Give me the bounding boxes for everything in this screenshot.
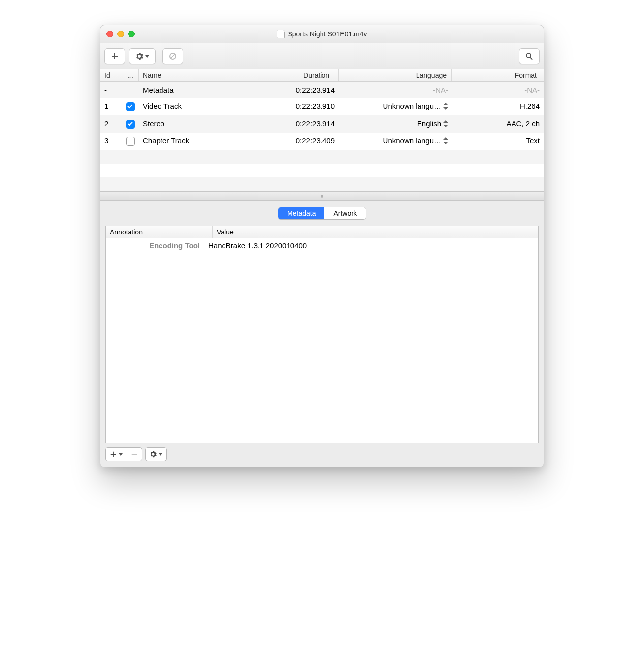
search-icon [525,52,533,60]
track-enabled-cell [122,100,139,113]
track-format: AAC, 2 ch [452,117,544,131]
window-title: Sports Night S01E01.m4v [288,30,367,38]
col-id[interactable]: Id [100,69,122,81]
zoom-window-button[interactable] [128,31,135,37]
track-id: 3 [100,134,122,148]
track-id: 1 [100,100,122,113]
track-row[interactable]: 1Video Track0:22:23.910Unknown langu…H.2… [100,98,544,115]
remove-track-button[interactable] [162,48,183,64]
col-value[interactable]: Value [213,226,538,238]
no-entry-icon [169,52,177,60]
popup-arrows-icon [443,103,448,110]
add-metadata-button[interactable] [105,447,127,461]
track-duration: 0:22:23.914 [235,117,339,131]
track-id: 2 [100,117,122,131]
enabled-checkbox[interactable] [126,137,135,146]
value-cell[interactable]: HandBrake 1.3.1 2020010400 [204,238,538,253]
track-enabled-cell [122,84,139,96]
add-track-button[interactable] [104,48,125,64]
chevron-down-icon [119,453,123,456]
remove-metadata-button[interactable] [127,447,142,461]
track-format: Text [452,134,544,148]
detail-pane: Metadata Artwork Annotation Value Encodi… [100,201,544,467]
tracks-table: Id … Name Duration Language Format -Meta… [100,69,544,191]
track-duration: 0:22:23.409 [235,134,339,148]
plus-icon [111,52,119,60]
popup-arrows-icon [443,137,448,144]
track-language: -NA- [339,84,452,96]
metadata-toolbar [105,447,539,461]
track-name: Stereo [139,117,235,131]
track-row[interactable]: 2Stereo0:22:23.914EnglishAAC, 2 ch [100,115,544,133]
empty-rows [100,150,544,191]
track-enabled-cell [122,134,139,148]
minimize-window-button[interactable] [117,31,124,37]
tab-artwork[interactable]: Artwork [324,207,365,219]
pane-splitter[interactable] [100,191,544,201]
track-name: Video Track [139,100,235,113]
track-row[interactable]: 3Chapter Track0:22:23.409Unknown langu…T… [100,133,544,150]
popup-arrows-icon [443,120,448,127]
track-name: Metadata [139,84,235,96]
plus-icon [110,451,117,458]
chevron-down-icon [159,453,162,456]
col-language[interactable]: Language [339,69,452,81]
track-language[interactable]: Unknown langu… [339,100,452,113]
annotation-cell: Encoding Tool [106,238,204,253]
window-controls [106,31,135,37]
track-duration: 0:22:23.914 [235,84,339,96]
close-window-button[interactable] [106,31,113,37]
search-button[interactable] [519,48,540,64]
track-language[interactable]: Unknown langu… [339,134,452,148]
metadata-row[interactable]: Encoding ToolHandBrake 1.3.1 2020010400 [106,238,538,253]
titlebar: Sports Night S01E01.m4v [100,25,544,43]
enabled-checkbox[interactable] [126,120,135,129]
track-duration: 0:22:23.910 [235,100,339,113]
toolbar [100,43,544,69]
track-format: H.264 [452,100,544,113]
track-name: Chapter Track [139,134,235,148]
minus-icon [131,451,138,458]
metadata-table: Annotation Value Encoding ToolHandBrake … [105,226,539,443]
tracks-header: Id … Name Duration Language Format [100,69,544,82]
action-menu-button[interactable] [129,48,156,64]
chevron-down-icon [145,55,149,58]
track-language[interactable]: English [339,117,452,131]
tab-metadata[interactable]: Metadata [278,207,324,219]
col-duration[interactable]: Duration [235,69,339,81]
col-annotation[interactable]: Annotation [106,226,213,238]
col-format[interactable]: Format [452,69,544,81]
track-id: - [100,84,122,96]
col-name[interactable]: Name [139,69,235,81]
track-row[interactable]: -Metadata0:22:23.914-NA--NA- [100,82,544,98]
detail-tabs: Metadata Artwork [105,207,539,220]
col-enabled[interactable]: … [122,69,139,81]
document-icon [277,30,285,38]
enabled-checkbox[interactable] [126,102,135,111]
gear-icon [135,52,143,60]
track-enabled-cell [122,117,139,131]
gear-icon [150,451,157,458]
app-window: Sports Night S01E01.m4v Id … Name Durati… [100,25,544,467]
metadata-action-button[interactable] [145,447,167,461]
track-format: -NA- [452,84,544,96]
